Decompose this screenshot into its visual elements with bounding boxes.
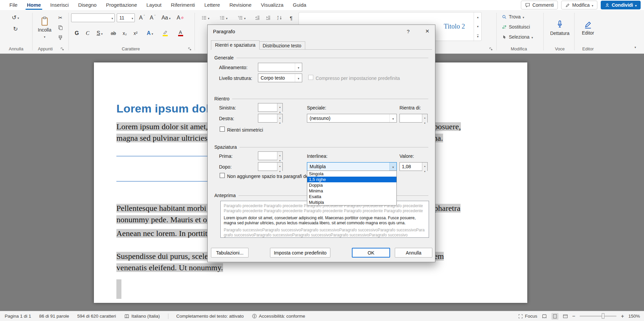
editing-mode-button[interactable]: Modifica <box>561 1 597 9</box>
dopo-spinner[interactable] <box>258 162 283 171</box>
gallery-down-icon[interactable]: ▾ <box>477 25 479 28</box>
spin-down[interactable] <box>422 120 427 125</box>
spin-up[interactable] <box>277 163 282 168</box>
no-space-checkbox[interactable] <box>220 173 225 178</box>
increase-indent-button[interactable] <box>263 13 273 22</box>
strikethrough-button[interactable]: ab <box>108 29 119 38</box>
dropdown-option-doppia[interactable]: Doppia <box>307 182 396 188</box>
allineamento-combo[interactable] <box>258 63 302 72</box>
italic-button[interactable]: C <box>83 29 92 38</box>
tab-layout[interactable]: Layout <box>142 0 166 10</box>
gallery-up-icon[interactable]: ▴ <box>477 15 479 19</box>
interlinea-combo[interactable]: Multipla <box>307 162 397 171</box>
spin-down[interactable] <box>277 157 282 163</box>
speciale-combo[interactable]: (nessuno) <box>307 114 397 123</box>
sort-button[interactable]: AZ <box>274 13 285 22</box>
dropdown-option-minima[interactable]: Minima <box>307 188 396 194</box>
share-button[interactable]: Condividi <box>601 1 641 9</box>
tab-disegno[interactable]: Disegno <box>73 0 101 10</box>
tab-riferimenti[interactable]: Riferimenti <box>166 0 200 10</box>
dialog-help-button[interactable]: ? <box>401 25 416 38</box>
dictate-button[interactable]: Dettatura <box>547 12 573 43</box>
sinistra-spinner[interactable] <box>258 103 283 112</box>
zoom-level[interactable]: 150% <box>628 314 640 319</box>
spin-up[interactable] <box>422 163 427 168</box>
dropdown-option-esatta[interactable]: Esatta <box>307 194 396 199</box>
prima-spinner[interactable] <box>258 151 283 160</box>
spin-down[interactable] <box>277 120 282 125</box>
spin-up[interactable] <box>422 114 427 120</box>
format-painter-button[interactable] <box>56 34 65 42</box>
select-button[interactable]: Seleziona <box>500 33 534 41</box>
zoom-in-button[interactable]: + <box>621 313 624 319</box>
dialog-close-button[interactable]: ✕ <box>420 25 435 38</box>
dropdown-option-multipla[interactable]: Multipla <box>307 199 396 205</box>
redo-button[interactable]: ↻ <box>9 24 22 34</box>
spin-down[interactable] <box>277 109 282 114</box>
underline-button[interactable]: S <box>93 29 106 38</box>
cancel-button[interactable]: Annulla <box>395 248 432 258</box>
combo-arrow[interactable] <box>389 114 396 122</box>
grow-font-button[interactable]: Aˆ <box>137 13 147 22</box>
web-layout-button[interactable] <box>563 314 568 319</box>
valore-spinner[interactable]: 1,08 <box>399 162 428 171</box>
font-name-combo[interactable] <box>71 13 115 22</box>
language-indicator[interactable]: Italiano (Italia) <box>124 314 160 319</box>
numbering-button[interactable] <box>216 13 231 22</box>
destra-spinner[interactable] <box>258 114 283 123</box>
text-effects-button[interactable]: A <box>144 29 156 38</box>
multilevel-list-button[interactable] <box>234 13 249 22</box>
dropdown-option-15righe[interactable]: 1,5 righe <box>307 177 396 182</box>
style-card-titolo2[interactable]: Titolo 2 <box>444 22 465 30</box>
bold-button[interactable]: G <box>72 29 81 38</box>
spin-up[interactable] <box>277 114 282 120</box>
zoom-slider-thumb[interactable] <box>602 313 604 319</box>
cut-button[interactable]: ✂ <box>56 13 65 21</box>
font-color-button[interactable]: A <box>174 28 187 38</box>
decrease-indent-button[interactable] <box>252 13 262 22</box>
tabs-button[interactable]: Tabulazioni... <box>211 248 249 258</box>
replace-button[interactable]: Sostituisci <box>500 23 531 31</box>
superscript-button[interactable]: x² <box>131 29 140 38</box>
change-case-button[interactable]: Aa <box>159 13 173 22</box>
find-button[interactable]: Trova <box>500 13 526 21</box>
dialog-tab-rientri[interactable]: Rientri e spaziatura <box>211 40 260 50</box>
ok-button[interactable]: OK <box>352 248 390 258</box>
spin-up[interactable] <box>277 152 282 157</box>
tab-guida[interactable]: Guida <box>288 0 311 10</box>
livello-combo[interactable]: Corpo testo <box>258 74 302 82</box>
carattere-dialog-launcher[interactable] <box>188 47 193 52</box>
rientra-di-spinner[interactable] <box>399 114 428 123</box>
font-size-combo[interactable]: 11 <box>117 13 135 22</box>
copy-button[interactable] <box>56 24 65 32</box>
tab-progettazione[interactable]: Progettazione <box>101 0 142 10</box>
appunti-dialog-launcher[interactable] <box>60 47 65 52</box>
text-completion-status[interactable]: Completamento del testo: attivato <box>176 314 244 319</box>
tab-revisione[interactable]: Revisione <box>225 0 256 10</box>
bullets-button[interactable] <box>198 13 213 22</box>
subscript-button[interactable]: x₂ <box>120 29 129 38</box>
page-count[interactable]: Pagina 1 di 1 <box>5 314 31 319</box>
accessibility-status[interactable]: Accessibilità: conforme <box>252 314 305 319</box>
print-layout-button[interactable] <box>551 313 558 320</box>
rientri-simmetrici-checkbox[interactable] <box>220 127 225 132</box>
paragraph-dialog[interactable]: Paragrafo ? ✕ Rientri e spaziatura Distr… <box>207 25 435 262</box>
collapse-ribbon-button[interactable] <box>631 43 640 50</box>
zoom-out-button[interactable]: − <box>572 313 575 319</box>
spin-up[interactable] <box>277 103 282 109</box>
spin-down[interactable] <box>422 168 427 173</box>
tab-lettere[interactable]: Lettere <box>200 0 225 10</box>
stili-dialog-launcher[interactable] <box>489 47 494 52</box>
comments-button[interactable]: Commenti <box>521 1 558 9</box>
dropdown-option-singola[interactable]: Singola <box>307 171 396 177</box>
focus-mode-button[interactable]: Focus <box>518 314 537 319</box>
undo-button[interactable]: ↺ <box>9 13 22 22</box>
tab-inserisci[interactable]: Inserisci <box>46 0 73 10</box>
shrink-font-button[interactable]: Aˇ <box>148 13 158 22</box>
paste-button[interactable]: Incolla <box>35 12 54 43</box>
combo-arrow[interactable] <box>295 63 302 71</box>
dialog-tab-distribuzione[interactable]: Distribuzione testo <box>259 41 305 50</box>
highlight-button[interactable] <box>158 28 172 38</box>
tab-home[interactable]: Home <box>22 0 46 10</box>
set-default-button[interactable]: Imposta come predefinito <box>270 248 330 258</box>
